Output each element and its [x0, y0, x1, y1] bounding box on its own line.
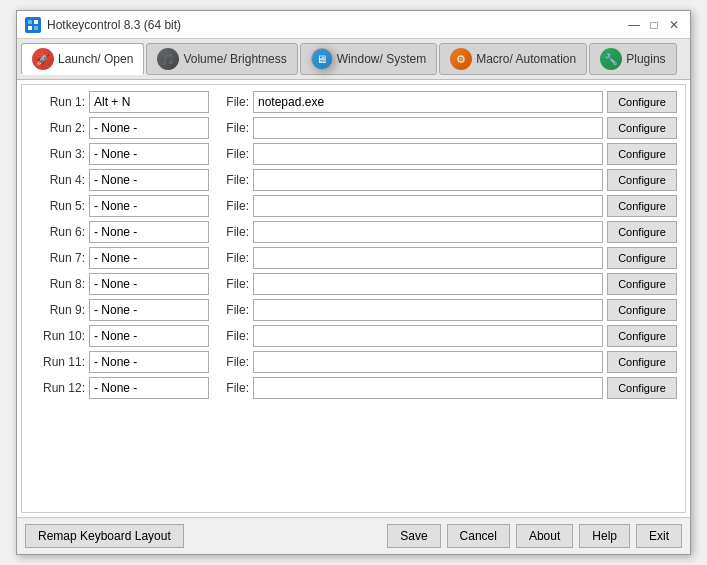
hotkey-input[interactable]: [89, 299, 209, 321]
gear-icon: ⚙: [450, 48, 472, 70]
configure-button[interactable]: Configure: [607, 325, 677, 347]
toolbar: 🚀 Launch/ Open 🎵 Volume/ Brightness 🖥 Wi…: [17, 39, 690, 80]
hotkey-input[interactable]: [89, 143, 209, 165]
hotkey-input[interactable]: [89, 221, 209, 243]
remap-button[interactable]: Remap Keyboard Layout: [25, 524, 184, 548]
run-label: Run 8:: [30, 277, 85, 291]
file-input[interactable]: [253, 143, 603, 165]
table-row: Run 4: File: Configure: [30, 169, 677, 191]
file-input[interactable]: [253, 299, 603, 321]
configure-button[interactable]: Configure: [607, 273, 677, 295]
run-label: Run 5:: [30, 199, 85, 213]
configure-button[interactable]: Configure: [607, 377, 677, 399]
table-row: Run 2: File: Configure: [30, 117, 677, 139]
file-input[interactable]: [253, 351, 603, 373]
minimize-button[interactable]: —: [626, 17, 642, 33]
file-input[interactable]: [253, 117, 603, 139]
table-row: Run 8: File: Configure: [30, 273, 677, 295]
hotkey-input[interactable]: [89, 377, 209, 399]
configure-button[interactable]: Configure: [607, 247, 677, 269]
configure-button[interactable]: Configure: [607, 117, 677, 139]
configure-button[interactable]: Configure: [607, 169, 677, 191]
run-label: Run 9:: [30, 303, 85, 317]
music-icon: 🎵: [157, 48, 179, 70]
tab-window-label: Window/ System: [337, 52, 426, 66]
run-label: Run 3:: [30, 147, 85, 161]
bottom-left: Remap Keyboard Layout: [25, 524, 184, 548]
plugin-icon: 🔧: [600, 48, 622, 70]
maximize-button[interactable]: □: [646, 17, 662, 33]
file-label: File:: [221, 121, 249, 135]
exit-button[interactable]: Exit: [636, 524, 682, 548]
run-label: Run 2:: [30, 121, 85, 135]
window-icon: 🖥: [311, 48, 333, 70]
file-label: File:: [221, 147, 249, 161]
bottom-right: Save Cancel About Help Exit: [387, 524, 682, 548]
hotkey-input[interactable]: [89, 247, 209, 269]
close-button[interactable]: ✕: [666, 17, 682, 33]
table-row: Run 6: File: Configure: [30, 221, 677, 243]
table-row: Run 1: File: Configure: [30, 91, 677, 113]
window-controls: — □ ✕: [626, 17, 682, 33]
file-label: File:: [221, 355, 249, 369]
file-label: File:: [221, 251, 249, 265]
hotkey-input[interactable]: [89, 91, 209, 113]
svg-rect-0: [28, 20, 32, 24]
run-label: Run 12:: [30, 381, 85, 395]
run-label: Run 11:: [30, 355, 85, 369]
file-input[interactable]: [253, 195, 603, 217]
help-button[interactable]: Help: [579, 524, 630, 548]
table-row: Run 7: File: Configure: [30, 247, 677, 269]
configure-button[interactable]: Configure: [607, 143, 677, 165]
about-button[interactable]: About: [516, 524, 573, 548]
svg-rect-2: [28, 26, 32, 30]
app-icon: [25, 17, 41, 33]
file-input[interactable]: [253, 91, 603, 113]
file-label: File:: [221, 303, 249, 317]
tab-volume[interactable]: 🎵 Volume/ Brightness: [146, 43, 297, 75]
configure-button[interactable]: Configure: [607, 299, 677, 321]
hotkey-input[interactable]: [89, 169, 209, 191]
title-bar: Hotkeycontrol 8.3 (64 bit) — □ ✕: [17, 11, 690, 39]
main-window: Hotkeycontrol 8.3 (64 bit) — □ ✕ 🚀 Launc…: [16, 10, 691, 555]
file-input[interactable]: [253, 377, 603, 399]
file-label: File:: [221, 329, 249, 343]
hotkey-input[interactable]: [89, 351, 209, 373]
hotkey-input[interactable]: [89, 325, 209, 347]
tab-launch-label: Launch/ Open: [58, 52, 133, 66]
configure-button[interactable]: Configure: [607, 195, 677, 217]
run-label: Run 4:: [30, 173, 85, 187]
file-label: File:: [221, 225, 249, 239]
file-input[interactable]: [253, 247, 603, 269]
scroll-area[interactable]: Run 1: File: Configure Run 2: File: Conf…: [21, 84, 686, 513]
tab-window[interactable]: 🖥 Window/ System: [300, 43, 437, 75]
svg-rect-1: [34, 20, 38, 24]
file-input[interactable]: [253, 221, 603, 243]
file-label: File:: [221, 381, 249, 395]
file-label: File:: [221, 277, 249, 291]
window-title: Hotkeycontrol 8.3 (64 bit): [47, 18, 181, 32]
file-label: File:: [221, 173, 249, 187]
cancel-button[interactable]: Cancel: [447, 524, 510, 548]
file-label: File:: [221, 199, 249, 213]
run-label: Run 6:: [30, 225, 85, 239]
save-button[interactable]: Save: [387, 524, 440, 548]
tab-launch[interactable]: 🚀 Launch/ Open: [21, 43, 144, 75]
table-row: Run 5: File: Configure: [30, 195, 677, 217]
hotkey-input[interactable]: [89, 195, 209, 217]
configure-button[interactable]: Configure: [607, 91, 677, 113]
configure-button[interactable]: Configure: [607, 221, 677, 243]
file-input[interactable]: [253, 273, 603, 295]
content-area: Run 1: File: Configure Run 2: File: Conf…: [17, 80, 690, 517]
tab-plugins[interactable]: 🔧 Plugins: [589, 43, 676, 75]
hotkey-input[interactable]: [89, 273, 209, 295]
file-input[interactable]: [253, 169, 603, 191]
file-input[interactable]: [253, 325, 603, 347]
tab-macro[interactable]: ⚙ Macro/ Automation: [439, 43, 587, 75]
bottom-bar: Remap Keyboard Layout Save Cancel About …: [17, 517, 690, 554]
run-label: Run 10:: [30, 329, 85, 343]
table-row: Run 12: File: Configure: [30, 377, 677, 399]
tab-volume-label: Volume/ Brightness: [183, 52, 286, 66]
configure-button[interactable]: Configure: [607, 351, 677, 373]
hotkey-input[interactable]: [89, 117, 209, 139]
